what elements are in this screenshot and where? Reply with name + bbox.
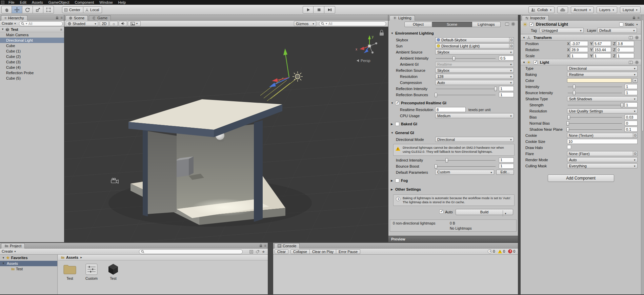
color-picker-icon[interactable]	[633, 78, 638, 83]
section-precomputed-realtime-gi[interactable]: ▼Precomputed Realtime GI	[388, 99, 518, 107]
slider-track[interactable]	[436, 166, 496, 167]
ambient-gi-dropdown[interactable]: Realtime▼	[435, 62, 514, 67]
directional-mode-dropdown[interactable]: Directional▼	[435, 137, 514, 142]
slider-track[interactable]	[436, 89, 496, 89]
vector-field-x[interactable]: 28.9	[570, 47, 588, 52]
tab-lighting[interactable]: Lighting	[389, 15, 415, 21]
slider-track[interactable]	[568, 105, 622, 105]
compression-dropdown[interactable]: Auto▼	[435, 80, 514, 85]
render-mode-dropdown[interactable]: Auto▼	[567, 157, 638, 162]
slider-thumb[interactable]	[566, 127, 569, 132]
menu-edit[interactable]: Edit	[17, 0, 29, 5]
tab-scene[interactable]: Scene	[65, 15, 88, 21]
scene-search-input[interactable]: ▼ All	[319, 21, 386, 26]
menu-component[interactable]: Component	[72, 0, 97, 5]
panel-menu-icon[interactable]: ≡	[638, 16, 640, 20]
slider-value-field[interactable]: 1	[499, 92, 514, 97]
static-checkbox[interactable]	[619, 22, 623, 26]
console-button-clear[interactable]: Clear	[275, 249, 288, 254]
console-counter-warning[interactable]: 0	[498, 249, 505, 253]
pause-button[interactable]	[314, 6, 324, 14]
object-name[interactable]: Directional Light	[536, 22, 568, 27]
section-checkbox[interactable]	[395, 178, 399, 183]
type-dropdown[interactable]: Directional▼	[567, 66, 638, 71]
slider-value-field[interactable]: 1	[625, 84, 638, 89]
shadow-type-dropdown[interactable]: Soft Shadows▼	[567, 96, 638, 101]
lighting-mode-tab-object[interactable]: Object	[404, 22, 432, 27]
hierarchy-item-main-camera[interactable]: Main Camera	[0, 32, 64, 38]
space-toggle-button[interactable]: Local	[83, 6, 102, 13]
project-create-button[interactable]: Create ▼	[2, 249, 16, 253]
menu-file[interactable]: File	[6, 0, 17, 5]
slider-value-field[interactable]: 0.03	[625, 114, 638, 120]
tab-game[interactable]: Game	[89, 15, 111, 21]
vector-field-y[interactable]: 1	[593, 53, 611, 58]
menu-assets[interactable]: Assets	[29, 0, 46, 5]
vector-field-z[interactable]: 1	[616, 53, 634, 58]
slider-thumb[interactable]	[573, 91, 576, 95]
project-search-input[interactable]	[139, 249, 243, 254]
hierarchy-item-cube[interactable]: Cube	[0, 43, 64, 48]
object-enabled-checkbox[interactable]	[529, 22, 534, 26]
baking-dropdown[interactable]: Realtime▼	[567, 72, 638, 77]
section-other-settings[interactable]: ▶Other Settings	[388, 186, 518, 193]
foldout-arrow-icon[interactable]: ▼	[523, 36, 525, 39]
section-arrow-icon[interactable]: ▶	[391, 179, 393, 182]
axis-y-label[interactable]: y	[372, 35, 374, 39]
color-swatch[interactable]	[567, 78, 631, 83]
gizmos-dropdown[interactable]: Gizmos ▼	[294, 21, 316, 26]
realtime-resolution-field[interactable]: 8	[435, 107, 466, 112]
culling-mask-dropdown[interactable]: Everything▼	[567, 163, 638, 168]
hierarchy-item-cube-5[interactable]: Cube (5)	[0, 76, 64, 81]
slider-thumb[interactable]	[445, 158, 448, 163]
section-arrow-icon[interactable]: ▶	[391, 123, 393, 126]
play-button[interactable]	[303, 6, 314, 14]
slider-value-field[interactable]: 1	[499, 86, 514, 91]
cloud-button[interactable]	[557, 6, 568, 13]
layout-dropdown[interactable]: Layout ▼	[620, 6, 641, 13]
flare-object-field[interactable]: None (Flare)⊙	[567, 151, 638, 156]
inspector-scrollbar[interactable]	[641, 15, 644, 294]
slider-value-field[interactable]: 1	[499, 164, 514, 169]
lock-icon[interactable]	[632, 16, 636, 19]
section-arrow-icon[interactable]: ▼	[391, 102, 394, 105]
expander-icon[interactable]: ▼	[2, 261, 5, 266]
gear-icon[interactable]	[511, 22, 515, 26]
resolution-dropdown[interactable]: 128▼	[435, 74, 514, 79]
reflection-source-dropdown[interactable]: Skybox▼	[435, 68, 514, 73]
help-book-icon[interactable]	[629, 61, 633, 64]
slider-value-field[interactable]: 0.1	[625, 127, 638, 132]
menu-help[interactable]: Help	[115, 0, 128, 5]
scene-lighting-toggle[interactable]: ☼	[109, 21, 118, 26]
slider-thumb[interactable]	[567, 115, 570, 120]
project-tree-item-test[interactable]: Test	[0, 266, 57, 272]
object-picker-icon[interactable]: ⊙	[509, 38, 514, 42]
section-checkbox[interactable]	[395, 122, 399, 126]
search-by-label-icon[interactable]	[256, 250, 259, 254]
tab-inspector[interactable]: Inspector	[522, 15, 549, 21]
console-button-error-pause[interactable]: Error Pause	[336, 249, 360, 254]
search-filter-arrow-icon[interactable]: ▼	[25, 23, 27, 25]
asset-item-test[interactable]: Test	[104, 263, 122, 280]
persp-toggle-icon[interactable]	[357, 59, 359, 62]
shading-mode-dropdown[interactable]: Shaded ▼	[66, 21, 98, 26]
tab-hierarchy[interactable]: ≡ Hierarchy	[1, 15, 27, 21]
resolution-dropdown[interactable]: Use Quality Settings▼	[567, 108, 638, 113]
scrollbar-thumb[interactable]	[642, 20, 644, 131]
tab-project[interactable]: Project	[1, 243, 25, 249]
slider-track[interactable]	[568, 93, 622, 93]
skybox-object-field[interactable]: Default-Skybox⊙	[435, 37, 514, 42]
draw-halo-checkbox[interactable]	[567, 145, 571, 149]
layer-dropdown[interactable]: Default▼	[597, 28, 637, 33]
light-enabled-checkbox[interactable]	[534, 60, 538, 64]
lighting-mode-tab-scene[interactable]: Scene	[432, 22, 472, 27]
step-button[interactable]	[324, 6, 335, 14]
section-baked-gi[interactable]: ▶Baked GI	[388, 120, 518, 128]
viewport-lock-icon[interactable]	[380, 30, 384, 36]
gear-icon[interactable]	[635, 60, 639, 64]
section-arrow-icon[interactable]: ▼	[391, 32, 394, 35]
slider-value-field[interactable]: 1	[625, 90, 638, 95]
light-component-header[interactable]: ▼ Light	[521, 59, 641, 65]
vector-field-z[interactable]: 0	[616, 47, 634, 52]
layers-dropdown[interactable]: Layers ▼	[597, 6, 617, 13]
